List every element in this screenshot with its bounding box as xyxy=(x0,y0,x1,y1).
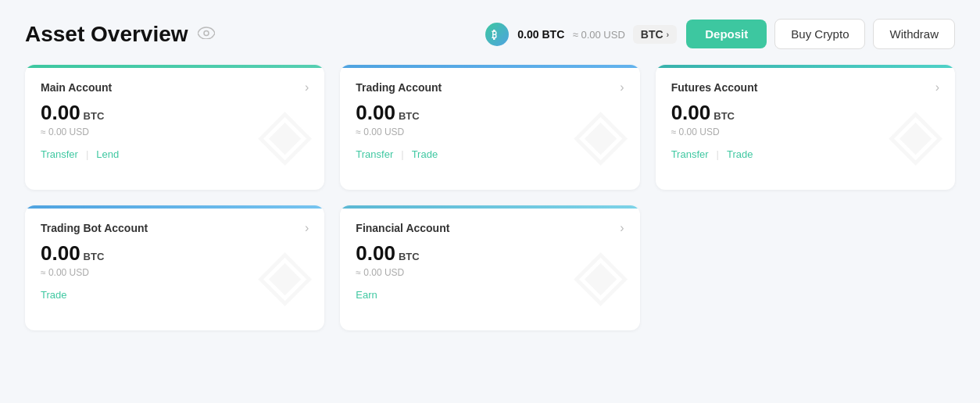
card-amount: 0.00 BTC xyxy=(356,101,624,125)
card-main-account: Main Account › 0.00 BTC ≈ 0.00 USD Trans… xyxy=(25,65,324,190)
btc-balance-display: 0.00 BTC ≈ 0.00 USD xyxy=(517,27,624,41)
card-body: Financial Account › 0.00 BTC ≈ 0.00 USD … xyxy=(340,209,639,316)
card-amount-value: 0.00 xyxy=(356,241,395,266)
card-usd-value: ≈ 0.00 USD xyxy=(356,127,624,137)
card-usd-value: ≈ 0.00 USD xyxy=(671,127,939,137)
card-chevron-icon[interactable]: › xyxy=(305,80,309,95)
card-chevron-icon[interactable]: › xyxy=(620,80,624,95)
btc-info: ₿ 0.00 BTC ≈ 0.00 USD BTC › xyxy=(485,22,677,47)
card-financial-account: Financial Account › 0.00 BTC ≈ 0.00 USD … xyxy=(340,205,639,330)
card-usd-value: ≈ 0.00 USD xyxy=(41,127,309,137)
card-body: Main Account › 0.00 BTC ≈ 0.00 USD Trans… xyxy=(25,68,324,176)
action-divider: | xyxy=(401,148,403,160)
card-unit: BTC xyxy=(399,251,420,262)
card-action-trade[interactable]: Trade xyxy=(727,148,753,160)
action-divider: | xyxy=(717,148,719,160)
card-unit: BTC xyxy=(714,110,735,122)
buy-crypto-button[interactable]: Buy Crypto xyxy=(774,19,865,49)
card-unit: BTC xyxy=(84,110,105,122)
card-title: Main Account xyxy=(41,81,112,94)
card-amount: 0.00 BTC xyxy=(671,101,939,125)
withdraw-button[interactable]: Withdraw xyxy=(873,19,955,49)
card-usd-value: ≈ 0.00 USD xyxy=(356,267,624,278)
card-actions: Trade xyxy=(41,289,309,301)
cards-grid: Main Account › 0.00 BTC ≈ 0.00 USD Trans… xyxy=(25,65,955,330)
btc-logo: ₿ xyxy=(485,22,510,47)
card-chevron-icon[interactable]: › xyxy=(935,80,939,95)
card-unit: BTC xyxy=(84,251,105,262)
card-amount-value: 0.00 xyxy=(356,101,395,125)
card-header-row: Financial Account › xyxy=(356,221,624,235)
card-body: Trading Bot Account › 0.00 BTC ≈ 0.00 US… xyxy=(25,209,324,316)
card-action-earn[interactable]: Earn xyxy=(356,289,377,301)
card-unit: BTC xyxy=(399,110,420,122)
selector-chevron-icon: › xyxy=(667,30,670,39)
card-action-trade[interactable]: Trade xyxy=(41,289,66,301)
title-area: Asset Overview xyxy=(25,22,215,47)
card-title: Financial Account xyxy=(356,222,449,234)
card-usd-value: ≈ 0.00 USD xyxy=(41,267,309,278)
card-header-row: Trading Account › xyxy=(356,80,624,95)
card-body: Futures Account › 0.00 BTC ≈ 0.00 USD Tr… xyxy=(656,68,955,176)
card-action-trade[interactable]: Trade xyxy=(412,148,438,160)
btc-currency-selector[interactable]: BTC › xyxy=(633,25,677,44)
header-buttons: Deposit Buy Crypto Withdraw xyxy=(686,19,955,49)
card-futures-account: Futures Account › 0.00 BTC ≈ 0.00 USD Tr… xyxy=(656,65,955,190)
page-title: Asset Overview xyxy=(25,22,188,47)
card-amount-value: 0.00 xyxy=(41,101,80,125)
card-trading-bot-account: Trading Bot Account › 0.00 BTC ≈ 0.00 US… xyxy=(25,205,324,330)
card-header-row: Main Account › xyxy=(41,80,309,95)
card-actions: Transfer|Lend xyxy=(41,148,309,160)
card-action-transfer[interactable]: Transfer xyxy=(356,148,393,160)
card-action-lend[interactable]: Lend xyxy=(96,148,119,160)
card-amount: 0.00 BTC xyxy=(41,241,309,266)
deposit-button[interactable]: Deposit xyxy=(686,20,767,48)
card-amount: 0.00 BTC xyxy=(41,101,309,125)
card-trading-account: Trading Account › 0.00 BTC ≈ 0.00 USD Tr… xyxy=(340,65,639,190)
card-header-row: Trading Bot Account › xyxy=(41,221,309,235)
action-divider: | xyxy=(86,148,88,160)
svg-point-0 xyxy=(204,31,209,36)
card-actions: Transfer|Trade xyxy=(356,148,624,160)
card-title: Trading Account xyxy=(356,81,442,94)
svg-point-1 xyxy=(485,23,509,46)
svg-text:₿: ₿ xyxy=(492,29,497,41)
btc-usd-text: ≈ 0.00 USD xyxy=(573,29,625,41)
card-title: Futures Account xyxy=(671,81,758,94)
card-empty-slot xyxy=(656,205,955,330)
card-header-row: Futures Account › xyxy=(671,80,939,95)
page-header: Asset Overview ₿ 0.00 BTC xyxy=(25,19,955,49)
card-amount: 0.00 BTC xyxy=(356,241,624,266)
card-amount-value: 0.00 xyxy=(41,241,80,266)
header-right: ₿ 0.00 BTC ≈ 0.00 USD BTC › Deposit Buy … xyxy=(485,19,955,49)
card-action-transfer[interactable]: Transfer xyxy=(671,148,709,160)
card-chevron-icon[interactable]: › xyxy=(305,221,309,235)
btc-balance-text: 0.00 BTC xyxy=(517,28,564,41)
card-title: Trading Bot Account xyxy=(41,222,148,234)
card-actions: Transfer|Trade xyxy=(671,148,939,160)
btc-selector-label: BTC xyxy=(641,28,663,41)
card-body: Trading Account › 0.00 BTC ≈ 0.00 USD Tr… xyxy=(340,68,639,176)
card-actions: Earn xyxy=(356,289,624,301)
card-action-transfer[interactable]: Transfer xyxy=(41,148,78,160)
card-amount-value: 0.00 xyxy=(671,101,711,125)
card-chevron-icon[interactable]: › xyxy=(620,221,624,235)
eye-icon[interactable] xyxy=(198,25,215,43)
